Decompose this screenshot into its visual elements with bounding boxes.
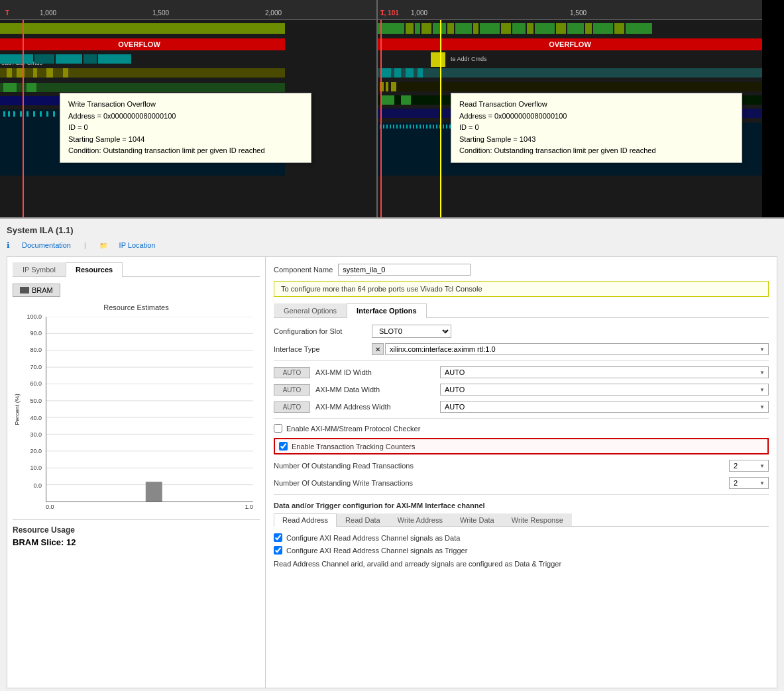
read-addr-info: Read Address Channel arid, arvalid and a… [274,558,769,570]
svg-rect-10 [7,68,12,78]
left-waveform: T 1,000 1,500 2,000 OVERFLOW ead Addr Cm… [0,0,378,219]
resource-usage-section: Resource Usage BRAM Slice: 12 [13,519,260,547]
x-label-0: 0.0 [46,504,54,510]
bram-slice-label: BRAM Slice: [13,537,64,547]
data-trigger-title: Data and/or Trigger configurion for AXI-… [274,502,769,509]
component-name-input[interactable] [338,264,471,276]
interface-type-wrapper: xilinx.com:interface:aximm rtl:1.0 [385,343,769,355]
read-addr-trigger-checkbox[interactable] [274,546,282,555]
protocol-checker-checkbox[interactable] [274,424,282,433]
svg-rect-74 [378,82,762,91]
outstanding-write-label: Number Of Outstanding Write Transactions [274,479,724,487]
svg-rect-77 [391,82,396,91]
sub-tab-write-response[interactable]: Write Response [503,513,572,526]
left-tick-1000: 1,000 [40,9,56,17]
svg-rect-96 [423,125,424,129]
right-tooltip-type: Read Transaction Overflow [459,99,734,111]
y-label-30: 30.0 [30,431,42,438]
config-slot-select[interactable]: SLOT0 [372,325,451,338]
svg-rect-89 [400,125,401,129]
svg-rect-88 [396,125,398,129]
svg-rect-0 [0,23,285,34]
resource-chart: 100.0 90.0 80.0 70.0 60.0 50.0 40.0 30.0… [46,317,253,502]
tracking-counters-row: Enable Transaction Tracking Counters [274,438,769,454]
protocol-checker-label: Enable AXI-MM/Stream Protocol Checker [286,425,420,433]
ip-configurator-section: System ILA (1.1) ℹ Documentation | 📁 IP … [0,219,784,691]
read-addr-data-checkbox[interactable] [274,533,282,542]
svg-rect-21 [8,111,10,117]
svg-rect-99 [433,125,434,129]
outstanding-write-select[interactable]: 2 [729,477,769,489]
ip-config-title: System ILA (1.1) [7,225,777,235]
sub-tab-write-data[interactable]: Write Data [451,513,503,526]
y-label-70: 70.0 [30,364,42,370]
sub-tab-write-address[interactable]: Write Address [389,513,451,526]
svg-text:OVERFLOW: OVERFLOW [118,40,160,48]
svg-rect-87 [393,125,394,129]
svg-rect-6 [56,54,82,64]
y-label-80: 80.0 [30,346,42,353]
waveforms-section: T 1,000 1,500 2,000 OVERFLOW ead Addr Cm… [0,0,784,219]
tab-resources[interactable]: Resources [66,262,123,277]
divider-3 [274,494,769,495]
read-addr-data-label: Configure AXI Read Address Channel signa… [286,534,460,542]
svg-rect-4 [0,54,33,64]
sub-tab-read-address[interactable]: Read Address [274,513,337,527]
x-axis-labels: 0.0 1.0 [46,504,253,510]
tracking-counters-checkbox[interactable] [279,442,288,451]
axi-mm-data-select[interactable]: AUTO [440,384,769,396]
right-tooltip-address: Address = 0x0000000080000100 [459,111,734,123]
bram-button[interactable]: BRAM [13,284,60,297]
outstanding-read-select-wrapper: 2 [729,460,769,472]
ip-config-links: ℹ Documentation | 📁 IP Location [7,240,777,250]
right-tick-1000: 1,000 [411,9,427,17]
svg-rect-53 [473,23,478,34]
info-banner: To configure more than 64 probe ports us… [274,281,769,297]
right-tooltip: Read Transaction Overflow Address = 0x00… [451,93,742,163]
svg-rect-84 [383,125,384,129]
svg-rect-63 [614,23,624,34]
read-addr-trigger-label: Configure AXI Read Address Channel signa… [286,547,467,555]
interface-type-clear-button[interactable]: ✕ [372,343,384,355]
svg-rect-13 [46,68,53,78]
svg-rect-62 [593,23,613,34]
left-panel: IP Symbol Resources BRAM Resource Estima… [7,257,266,688]
outstanding-read-select[interactable]: 2 [729,460,769,472]
outstanding-read-row: Number Of Outstanding Read Transactions … [274,460,769,472]
right-tick-1500: 1,500 [570,9,587,17]
divider-1 [274,360,769,361]
sub-tab-bar: Read Address Read Data Write Address Wri… [274,513,769,527]
bram-icon [20,287,29,293]
resource-estimates-title: Resource Estimates [13,303,260,311]
svg-rect-98 [429,125,431,129]
right-tooltip-condition: Condition: Outstanding transaction limit… [459,145,734,157]
left-tooltip: Write Transaction Overflow Address = 0x0… [60,93,311,163]
axi-mm-addr-select[interactable]: AUTO [440,401,769,413]
y-label-40: 40.0 [30,415,42,421]
right-tooltip-sample: Starting Sample = 1043 [459,134,734,146]
chart-svg [46,317,253,502]
svg-rect-12 [33,68,37,78]
axi-mm-id-select[interactable]: AUTO [440,366,769,378]
interface-type-row: Interface Type ✕ xilinx.com:interface:ax… [274,343,769,355]
config-slot-select-wrapper: SLOT0 [372,325,451,338]
tab-ip-symbol[interactable]: IP Symbol [13,262,66,276]
svg-rect-60 [567,23,584,34]
svg-rect-95 [420,125,421,129]
documentation-link[interactable]: Documentation [22,241,71,249]
svg-rect-86 [390,125,391,129]
left-tooltip-condition: Condition: Outstanding transaction limit… [68,145,303,157]
svg-rect-56 [512,23,526,34]
interface-type-label: Interface Type [274,345,366,353]
y-label-50: 50.0 [30,398,42,404]
svg-rect-27 [46,111,48,117]
right-timeline-ruler: 1, 101 T 1,000 1,500 [378,0,762,20]
interface-type-select[interactable]: xilinx.com:interface:aximm rtl:1.0 [385,343,769,355]
tab-interface-options[interactable]: Interface Options [347,303,426,318]
tab-general-options[interactable]: General Options [274,303,347,317]
info-icon: ℹ [7,240,10,250]
sub-tab-read-data[interactable]: Read Data [337,513,389,526]
ip-location-link[interactable]: IP Location [119,241,156,249]
axi-mm-addr-row: AUTO AXI-MM Address Width AUTO [274,401,769,413]
left-tooltip-id: ID = 0 [68,122,303,134]
